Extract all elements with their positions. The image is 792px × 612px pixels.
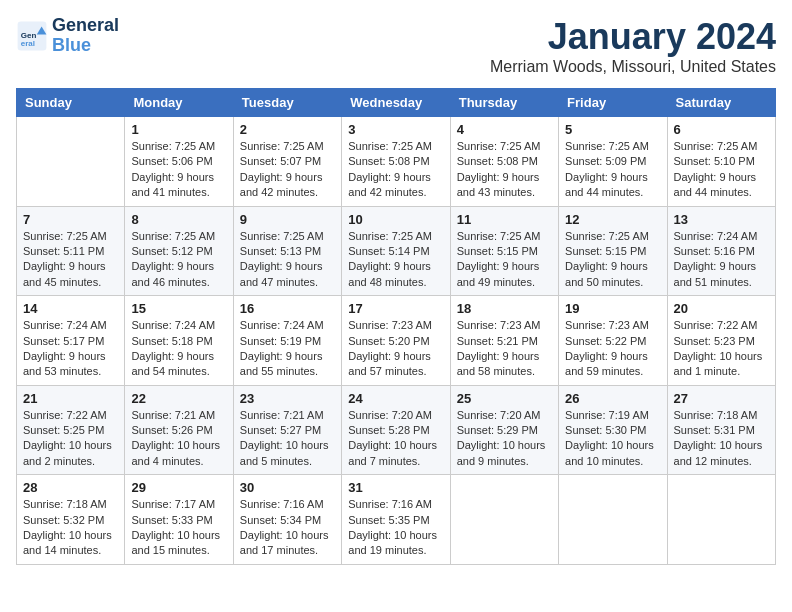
calendar-day-cell: 17 Sunrise: 7:23 AMSunset: 5:20 PMDaylig… bbox=[342, 296, 450, 386]
logo: Gen eral General Blue bbox=[16, 16, 119, 56]
calendar-day-cell: 15 Sunrise: 7:24 AMSunset: 5:18 PMDaylig… bbox=[125, 296, 233, 386]
day-number: 11 bbox=[457, 212, 552, 227]
day-number: 9 bbox=[240, 212, 335, 227]
location: Merriam Woods, Missouri, United States bbox=[490, 58, 776, 76]
calendar-day-cell: 5 Sunrise: 7:25 AMSunset: 5:09 PMDayligh… bbox=[559, 117, 667, 207]
day-info: Sunrise: 7:23 AMSunset: 5:21 PMDaylight:… bbox=[457, 318, 552, 380]
calendar-day-cell: 6 Sunrise: 7:25 AMSunset: 5:10 PMDayligh… bbox=[667, 117, 775, 207]
day-info: Sunrise: 7:24 AMSunset: 5:16 PMDaylight:… bbox=[674, 229, 769, 291]
day-info: Sunrise: 7:22 AMSunset: 5:25 PMDaylight:… bbox=[23, 408, 118, 470]
day-number: 19 bbox=[565, 301, 660, 316]
day-info: Sunrise: 7:20 AMSunset: 5:28 PMDaylight:… bbox=[348, 408, 443, 470]
day-number: 25 bbox=[457, 391, 552, 406]
calendar-day-cell: 22 Sunrise: 7:21 AMSunset: 5:26 PMDaylig… bbox=[125, 385, 233, 475]
day-info: Sunrise: 7:25 AMSunset: 5:12 PMDaylight:… bbox=[131, 229, 226, 291]
title-area: January 2024 Merriam Woods, Missouri, Un… bbox=[490, 16, 776, 76]
calendar-day-cell: 26 Sunrise: 7:19 AMSunset: 5:30 PMDaylig… bbox=[559, 385, 667, 475]
day-number: 6 bbox=[674, 122, 769, 137]
calendar-day-cell: 30 Sunrise: 7:16 AMSunset: 5:34 PMDaylig… bbox=[233, 475, 341, 565]
calendar-day-cell: 20 Sunrise: 7:22 AMSunset: 5:23 PMDaylig… bbox=[667, 296, 775, 386]
calendar-day-cell: 24 Sunrise: 7:20 AMSunset: 5:28 PMDaylig… bbox=[342, 385, 450, 475]
calendar-day-cell: 28 Sunrise: 7:18 AMSunset: 5:32 PMDaylig… bbox=[17, 475, 125, 565]
calendar-week-row: 7 Sunrise: 7:25 AMSunset: 5:11 PMDayligh… bbox=[17, 206, 776, 296]
day-number: 15 bbox=[131, 301, 226, 316]
calendar-header-wednesday: Wednesday bbox=[342, 89, 450, 117]
calendar-day-cell: 7 Sunrise: 7:25 AMSunset: 5:11 PMDayligh… bbox=[17, 206, 125, 296]
calendar-day-cell: 12 Sunrise: 7:25 AMSunset: 5:15 PMDaylig… bbox=[559, 206, 667, 296]
calendar-day-cell: 9 Sunrise: 7:25 AMSunset: 5:13 PMDayligh… bbox=[233, 206, 341, 296]
calendar-day-cell: 14 Sunrise: 7:24 AMSunset: 5:17 PMDaylig… bbox=[17, 296, 125, 386]
calendar-header-tuesday: Tuesday bbox=[233, 89, 341, 117]
calendar-day-cell: 19 Sunrise: 7:23 AMSunset: 5:22 PMDaylig… bbox=[559, 296, 667, 386]
day-info: Sunrise: 7:25 AMSunset: 5:10 PMDaylight:… bbox=[674, 139, 769, 201]
calendar-day-cell: 18 Sunrise: 7:23 AMSunset: 5:21 PMDaylig… bbox=[450, 296, 558, 386]
day-info: Sunrise: 7:25 AMSunset: 5:15 PMDaylight:… bbox=[565, 229, 660, 291]
calendar-table: SundayMondayTuesdayWednesdayThursdayFrid… bbox=[16, 88, 776, 565]
day-info: Sunrise: 7:23 AMSunset: 5:20 PMDaylight:… bbox=[348, 318, 443, 380]
calendar-day-cell: 16 Sunrise: 7:24 AMSunset: 5:19 PMDaylig… bbox=[233, 296, 341, 386]
logo-text: General Blue bbox=[52, 16, 119, 56]
calendar-day-cell: 4 Sunrise: 7:25 AMSunset: 5:08 PMDayligh… bbox=[450, 117, 558, 207]
day-number: 23 bbox=[240, 391, 335, 406]
page-header: Gen eral General Blue January 2024 Merri… bbox=[16, 16, 776, 76]
day-info: Sunrise: 7:19 AMSunset: 5:30 PMDaylight:… bbox=[565, 408, 660, 470]
day-info: Sunrise: 7:25 AMSunset: 5:08 PMDaylight:… bbox=[457, 139, 552, 201]
day-info: Sunrise: 7:18 AMSunset: 5:32 PMDaylight:… bbox=[23, 497, 118, 559]
day-info: Sunrise: 7:24 AMSunset: 5:18 PMDaylight:… bbox=[131, 318, 226, 380]
day-info: Sunrise: 7:25 AMSunset: 5:08 PMDaylight:… bbox=[348, 139, 443, 201]
day-info: Sunrise: 7:25 AMSunset: 5:13 PMDaylight:… bbox=[240, 229, 335, 291]
calendar-day-cell: 27 Sunrise: 7:18 AMSunset: 5:31 PMDaylig… bbox=[667, 385, 775, 475]
day-info: Sunrise: 7:25 AMSunset: 5:09 PMDaylight:… bbox=[565, 139, 660, 201]
calendar-day-cell: 21 Sunrise: 7:22 AMSunset: 5:25 PMDaylig… bbox=[17, 385, 125, 475]
day-number: 27 bbox=[674, 391, 769, 406]
day-number: 22 bbox=[131, 391, 226, 406]
day-number: 10 bbox=[348, 212, 443, 227]
calendar-week-row: 1 Sunrise: 7:25 AMSunset: 5:06 PMDayligh… bbox=[17, 117, 776, 207]
day-number: 24 bbox=[348, 391, 443, 406]
day-info: Sunrise: 7:25 AMSunset: 5:15 PMDaylight:… bbox=[457, 229, 552, 291]
calendar-day-cell: 25 Sunrise: 7:20 AMSunset: 5:29 PMDaylig… bbox=[450, 385, 558, 475]
day-number: 17 bbox=[348, 301, 443, 316]
calendar-day-cell: 3 Sunrise: 7:25 AMSunset: 5:08 PMDayligh… bbox=[342, 117, 450, 207]
day-info: Sunrise: 7:25 AMSunset: 5:11 PMDaylight:… bbox=[23, 229, 118, 291]
day-number: 29 bbox=[131, 480, 226, 495]
calendar-header-sunday: Sunday bbox=[17, 89, 125, 117]
day-info: Sunrise: 7:17 AMSunset: 5:33 PMDaylight:… bbox=[131, 497, 226, 559]
day-number: 8 bbox=[131, 212, 226, 227]
day-number: 1 bbox=[131, 122, 226, 137]
day-info: Sunrise: 7:25 AMSunset: 5:14 PMDaylight:… bbox=[348, 229, 443, 291]
calendar-header-row: SundayMondayTuesdayWednesdayThursdayFrid… bbox=[17, 89, 776, 117]
calendar-header-friday: Friday bbox=[559, 89, 667, 117]
calendar-day-cell: 2 Sunrise: 7:25 AMSunset: 5:07 PMDayligh… bbox=[233, 117, 341, 207]
day-info: Sunrise: 7:16 AMSunset: 5:34 PMDaylight:… bbox=[240, 497, 335, 559]
day-info: Sunrise: 7:24 AMSunset: 5:17 PMDaylight:… bbox=[23, 318, 118, 380]
day-number: 16 bbox=[240, 301, 335, 316]
calendar-week-row: 28 Sunrise: 7:18 AMSunset: 5:32 PMDaylig… bbox=[17, 475, 776, 565]
day-number: 4 bbox=[457, 122, 552, 137]
calendar-week-row: 21 Sunrise: 7:22 AMSunset: 5:25 PMDaylig… bbox=[17, 385, 776, 475]
day-number: 3 bbox=[348, 122, 443, 137]
calendar-day-cell: 11 Sunrise: 7:25 AMSunset: 5:15 PMDaylig… bbox=[450, 206, 558, 296]
day-number: 26 bbox=[565, 391, 660, 406]
logo-icon: Gen eral bbox=[16, 20, 48, 52]
day-number: 20 bbox=[674, 301, 769, 316]
day-info: Sunrise: 7:18 AMSunset: 5:31 PMDaylight:… bbox=[674, 408, 769, 470]
day-number: 2 bbox=[240, 122, 335, 137]
calendar-day-cell: 29 Sunrise: 7:17 AMSunset: 5:33 PMDaylig… bbox=[125, 475, 233, 565]
calendar-day-cell: 23 Sunrise: 7:21 AMSunset: 5:27 PMDaylig… bbox=[233, 385, 341, 475]
day-number: 31 bbox=[348, 480, 443, 495]
empty-cell bbox=[667, 475, 775, 565]
calendar-week-row: 14 Sunrise: 7:24 AMSunset: 5:17 PMDaylig… bbox=[17, 296, 776, 386]
empty-cell bbox=[17, 117, 125, 207]
empty-cell bbox=[450, 475, 558, 565]
day-number: 30 bbox=[240, 480, 335, 495]
calendar-day-cell: 8 Sunrise: 7:25 AMSunset: 5:12 PMDayligh… bbox=[125, 206, 233, 296]
day-info: Sunrise: 7:22 AMSunset: 5:23 PMDaylight:… bbox=[674, 318, 769, 380]
calendar-header-thursday: Thursday bbox=[450, 89, 558, 117]
day-number: 28 bbox=[23, 480, 118, 495]
day-info: Sunrise: 7:24 AMSunset: 5:19 PMDaylight:… bbox=[240, 318, 335, 380]
day-number: 21 bbox=[23, 391, 118, 406]
day-number: 18 bbox=[457, 301, 552, 316]
calendar-day-cell: 13 Sunrise: 7:24 AMSunset: 5:16 PMDaylig… bbox=[667, 206, 775, 296]
day-info: Sunrise: 7:25 AMSunset: 5:06 PMDaylight:… bbox=[131, 139, 226, 201]
